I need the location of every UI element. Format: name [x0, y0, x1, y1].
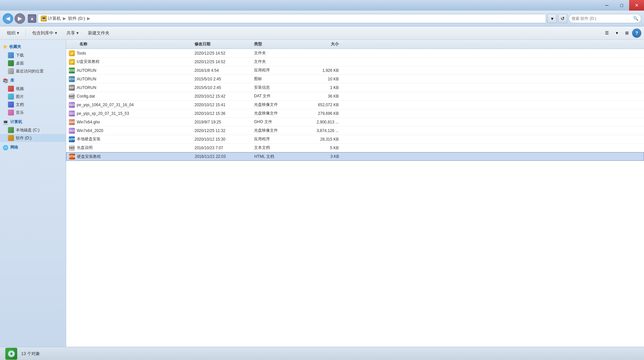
table-row[interactable]: 📁 Tools 2020/12/25 14:52 文件夹 [66, 49, 644, 58]
file-cell-size: 279,696 KB [298, 111, 344, 116]
file-cell-size: 1,926 KB [298, 68, 344, 73]
file-cell-name: ICO AUTORUN [66, 76, 192, 82]
file-cell-date: 2019/9/7 19:25 [192, 120, 251, 124]
table-row[interactable]: ISO Win7x64_2020 2020/12/25 11:32 光盘映像文件… [66, 126, 644, 135]
sidebar-item-downloads[interactable]: 下载 [0, 51, 66, 59]
music-label: 音乐 [16, 110, 24, 115]
file-cell-date: 2020/10/12 15:41 [192, 103, 251, 107]
sidebar-header-computer[interactable]: 💻 计算机 [0, 118, 66, 126]
sidebar-header-favorites[interactable]: ★ 收藏夹 [0, 42, 66, 51]
desktop-label: 桌面 [16, 61, 24, 66]
file-cell-name: 📁 U盘安装教程 [66, 59, 192, 65]
back-button[interactable]: ◀ [3, 13, 13, 24]
view-list-button[interactable]: ☰ [602, 28, 612, 38]
sidebar-item-image[interactable]: 图片 [0, 93, 66, 101]
file-cell-type: 文件夹 [251, 59, 298, 65]
address-path[interactable]: 💻 计算机 ▶ 软件 (D:) ▶ [38, 14, 546, 23]
sidebar: ★ 收藏夹 下载 桌面 最近访问的位置 📚 库 [0, 40, 66, 347]
table-row[interactable]: HTM 硬盘安装教程 2016/11/21 22:03 HTML 文档 3 KB [66, 152, 644, 161]
view-list-icon: ☰ [605, 30, 609, 35]
file-cell-date: 2015/5/10 2:45 [192, 85, 251, 90]
sidebar-item-doc[interactable]: 文档 [0, 101, 66, 109]
sidebar-item-recent[interactable]: 最近访问的位置 [0, 67, 66, 75]
share-button[interactable]: 共享 ▾ [62, 28, 83, 38]
file-name: pe_yqs_xp_20_07_31_15_53 [77, 111, 129, 116]
file-name: Win7x64.gho [77, 120, 100, 124]
search-input[interactable] [572, 16, 632, 21]
table-row[interactable]: INF AUTORUN 2015/5/10 2:45 安装信息 1 KB [66, 83, 644, 92]
toolbar-divider-1 [25, 29, 26, 37]
refresh-button[interactable]: ↺ [558, 14, 567, 23]
file-cell-size: 5 KB [298, 146, 344, 150]
recent-label: 最近访问的位置 [16, 68, 44, 74]
status-drive-icon: 💿 [5, 348, 17, 360]
table-row[interactable]: 📁 U盘安装教程 2020/12/25 14:52 文件夹 [66, 58, 644, 66]
include-label: 包含到库中 [32, 30, 54, 36]
table-row[interactable]: DAT Config.dat 2020/10/12 15:42 DAT 文件 3… [66, 92, 644, 101]
file-type-icon: TXT [69, 145, 75, 151]
file-cell-type: 光盘映像文件 [251, 128, 298, 133]
table-row[interactable]: GHO Win7x64.gho 2019/9/7 19:25 GHO 文件 2,… [66, 118, 644, 126]
col-header-size[interactable]: 大小 [298, 41, 344, 47]
file-name: 本地硬盘安装 [77, 136, 101, 142]
sidebar-item-d-drive[interactable]: 软件 (D:) [0, 134, 66, 142]
main-layout: ★ 收藏夹 下载 桌面 最近访问的位置 📚 库 [0, 40, 644, 347]
maximize-button[interactable]: □ [614, 0, 629, 11]
statusbar: 💿 13 个对象 [0, 347, 644, 360]
view-pane-button[interactable]: ⊞ [622, 28, 631, 38]
downloads-label: 下载 [16, 53, 24, 58]
addressbar: ◀ ▶ ▲ 💻 计算机 ▶ 软件 (D:) ▶ ▾ ↺ 🔍 [0, 11, 644, 26]
library-label: 库 [10, 78, 14, 83]
sidebar-header-library[interactable]: 📚 库 [0, 76, 66, 85]
table-row[interactable]: ISO pe_yqs_1064_20_07_31_16_04 2020/10/1… [66, 101, 644, 109]
view-dropdown-button[interactable]: ▾ [612, 28, 622, 38]
organize-button[interactable]: 组织 ▾ [3, 28, 23, 38]
file-cell-date: 2016/10/23 7:07 [192, 146, 251, 150]
table-row[interactable]: EXE AUTORUN 2016/1/8 4:54 应用程序 1,926 KB [66, 66, 644, 75]
organize-arrow: ▾ [17, 30, 19, 35]
share-arrow: ▾ [76, 30, 79, 35]
file-type-icon: HTM [69, 154, 75, 159]
sidebar-item-c-drive[interactable]: 本地磁盘 (C:) [0, 126, 66, 134]
col-header-name[interactable]: 名称 [66, 41, 192, 47]
sidebar-item-desktop[interactable]: 桌面 [0, 59, 66, 67]
status-count: 13 个对象 [21, 351, 40, 357]
file-type-icon: EXE [69, 68, 75, 73]
doc-label: 文档 [16, 102, 24, 108]
dropdown-button[interactable]: ▾ [547, 14, 557, 23]
organize-label: 组织 [7, 30, 16, 36]
table-row[interactable]: ISO pe_yqs_xp_20_07_31_15_53 2020/10/12 … [66, 109, 644, 118]
share-label: 共享 [66, 30, 75, 36]
table-row[interactable]: ICO AUTORUN 2015/5/10 2:45 图标 10 KB [66, 75, 644, 83]
sidebar-header-network[interactable]: 🌐 网络 [0, 143, 66, 152]
file-type-icon: GHO [69, 119, 75, 125]
table-row[interactable]: TXT 光盘说明 2016/10/23 7:07 文本文档 5 KB [66, 144, 644, 152]
minimize-button[interactable]: ─ [599, 0, 614, 11]
sidebar-section-library: 📚 库 视频 图片 文档 音乐 [0, 76, 66, 116]
search-bar[interactable]: 🔍 [569, 14, 641, 23]
file-cell-size: 10 KB [298, 77, 344, 81]
sidebar-item-music[interactable]: 音乐 [0, 109, 66, 116]
close-button[interactable]: ✕ [629, 0, 644, 11]
file-cell-date: 2020/12/25 14:52 [192, 51, 251, 56]
d-drive-icon [8, 135, 14, 141]
col-header-type[interactable]: 类型 [251, 41, 298, 47]
file-cell-date: 2020/10/12 15:30 [192, 137, 251, 142]
file-cell-size: 3 KB [298, 154, 344, 159]
view-dropdown-arrow: ▾ [616, 30, 618, 35]
sidebar-item-video[interactable]: 视频 [0, 85, 66, 93]
col-header-date[interactable]: 修改日期 [192, 41, 251, 47]
file-cell-name: HTM 硬盘安装教程 [66, 154, 192, 159]
table-row[interactable]: APP 本地硬盘安装 2020/10/12 15:30 应用程序 28,315 … [66, 135, 644, 144]
include-library-button[interactable]: 包含到库中 ▾ [28, 28, 62, 38]
file-list-container[interactable]: 名称 修改日期 类型 大小 📁 Tools 2020/12/25 14:52 文… [66, 40, 644, 347]
computer-sidebar-icon: 💻 [3, 119, 8, 125]
help-button[interactable]: ? [632, 28, 641, 38]
up-button[interactable]: ▲ [28, 14, 36, 23]
file-cell-type: 文件夹 [251, 50, 298, 56]
new-folder-button[interactable]: 新建文件夹 [84, 28, 114, 38]
file-cell-size: 3,874,126 ... [298, 128, 344, 133]
file-cell-name: GHO Win7x64.gho [66, 119, 192, 125]
forward-button[interactable]: ▶ [15, 13, 25, 24]
file-cell-name: ISO pe_yqs_1064_20_07_31_16_04 [66, 102, 192, 108]
